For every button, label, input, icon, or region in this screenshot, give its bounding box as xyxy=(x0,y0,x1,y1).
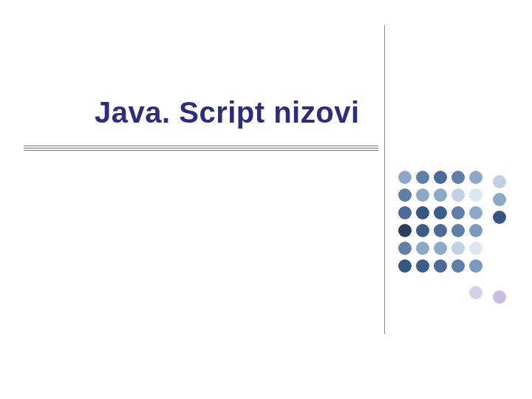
dot-icon xyxy=(434,242,447,255)
dot-icon xyxy=(493,193,506,206)
dot-icon xyxy=(398,259,412,273)
dot-icon xyxy=(416,242,429,255)
dot-grid-decor xyxy=(396,168,529,316)
dot-icon xyxy=(493,290,506,304)
dot-icon xyxy=(398,242,412,255)
dot-icon xyxy=(434,224,447,237)
dot-icon xyxy=(469,206,482,219)
dot-icon xyxy=(469,188,482,202)
dot-icon xyxy=(493,175,506,188)
dot-icon xyxy=(451,259,465,273)
dot-icon xyxy=(434,259,447,273)
dot-icon xyxy=(434,188,447,202)
dot-icon xyxy=(469,259,482,273)
dot-icon xyxy=(398,188,412,202)
dot-icon xyxy=(398,171,412,184)
divider-line xyxy=(24,148,378,149)
dot-icon xyxy=(451,242,465,255)
dot-icon xyxy=(469,286,482,299)
dot-icon xyxy=(434,206,447,219)
dot-icon xyxy=(493,211,506,224)
dot-icon xyxy=(451,224,465,237)
divider-line xyxy=(24,146,378,146)
dot-icon xyxy=(398,206,412,219)
dot-grid-icon xyxy=(396,168,529,316)
dot-icon xyxy=(469,242,482,255)
dot-icon xyxy=(416,206,429,219)
dot-icon xyxy=(434,171,447,184)
dot-icon xyxy=(398,224,412,237)
dot-icon xyxy=(469,224,482,237)
dot-icon xyxy=(416,188,429,202)
vertical-divider xyxy=(384,25,385,334)
horizontal-divider-triple xyxy=(24,146,378,151)
dot-icon xyxy=(451,171,465,184)
dot-icon xyxy=(451,206,465,219)
dot-icon xyxy=(469,171,482,184)
slide-title: Java. Script nizovi xyxy=(95,96,360,129)
dot-icon xyxy=(416,224,429,237)
slide: Java. Script nizovi xyxy=(0,0,532,399)
divider-line xyxy=(24,150,378,151)
dot-icon xyxy=(451,188,465,202)
dot-icon xyxy=(416,259,429,273)
dot-icon xyxy=(416,171,429,184)
